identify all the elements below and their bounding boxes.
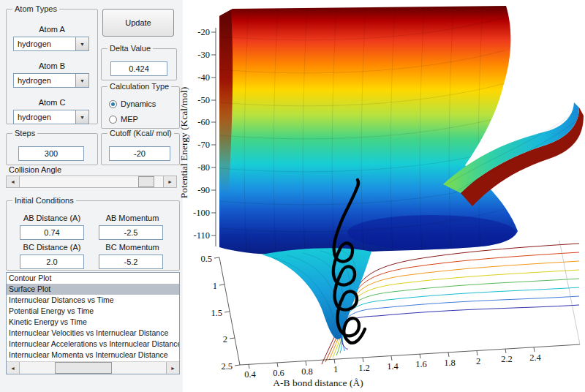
atom-a-dropdown[interactable]: hydrogen ▼ <box>13 37 89 51</box>
mep-radio[interactable] <box>109 116 117 124</box>
cutoff-group: Cutoff (Kcal/ mol) <box>101 129 180 165</box>
cutoff-input[interactable] <box>109 146 170 161</box>
x-tick-label: 0.8 <box>301 366 313 377</box>
update-button[interactable]: Update <box>102 9 174 37</box>
chevron-down-icon[interactable]: ▼ <box>75 110 88 124</box>
collision-angle-slider-thumb[interactable] <box>138 176 154 187</box>
atom-c-dropdown[interactable]: hydrogen ▼ <box>13 110 89 124</box>
list-item-selected[interactable]: Surface Plot <box>7 284 179 295</box>
collision-angle-label: Collision Angle <box>9 165 61 174</box>
list-item[interactable]: Internuclear Momenta vs Internuclear Dis… <box>7 350 179 361</box>
chevron-down-icon[interactable]: ▼ <box>75 74 88 87</box>
chevron-down-icon[interactable]: ▼ <box>75 37 88 50</box>
list-item[interactable]: Kinetic Energy vs Time <box>7 317 179 328</box>
atom-c-value: hydrogen <box>14 113 75 121</box>
x-axis-title: A-B bond distance (Å) <box>273 377 363 388</box>
atom-a-label: Atom A <box>7 25 97 34</box>
collision-angle-slider[interactable]: ◄ ► <box>6 176 177 188</box>
depth-tick-label: 1 <box>213 281 217 291</box>
y-tick-label: -30 <box>197 50 210 60</box>
surface-plot: -20 -30 -40 -50 -60 -70 -80 -90 -100 -11… <box>176 0 585 392</box>
calculation-type-group: Calculation Type Dynamics MEP <box>101 82 180 129</box>
initial-conditions-group: Initial Conditions AB Distance (A) AB Mo… <box>6 196 180 271</box>
depth-tick-label: 2.5 <box>221 361 233 372</box>
dynamics-radio-row: Dynamics <box>109 99 156 108</box>
plot-type-listbox[interactable]: Contour Plot Surface Plot Internuclear D… <box>6 272 180 374</box>
mep-radio-row: MEP <box>109 115 138 124</box>
atom-types-legend: Atom Types <box>12 4 59 13</box>
listbox-scroll-thumb[interactable] <box>55 362 112 374</box>
x-tick-label: 1 <box>333 364 338 374</box>
x-tick-label: 0.4 <box>244 369 256 380</box>
atom-types-group: Atom Types Atom A hydrogen ▼ Atom B hydr… <box>6 4 98 124</box>
list-item[interactable]: Contour Plot <box>7 273 179 284</box>
initial-conditions-legend: Initial Conditions <box>12 196 76 205</box>
dynamics-radio-label: Dynamics <box>121 99 156 108</box>
x-tick-label: 2.4 <box>529 353 541 363</box>
app-window: { "icons": { "dropdown_arrow": "▼", "arr… <box>0 0 585 392</box>
dynamics-radio[interactable] <box>109 100 117 108</box>
x-tick-label: 1.4 <box>387 361 399 372</box>
surface-basin <box>347 215 516 250</box>
list-item[interactable]: Internuclear Velocities vs Internuclear … <box>7 328 179 339</box>
y-tick-label: -80 <box>197 162 210 173</box>
list-item[interactable]: Potential Energy vs Time <box>7 306 179 317</box>
steps-group: Steps <box>6 129 98 165</box>
steps-input[interactable] <box>18 146 84 161</box>
x-tick-label: 1.6 <box>415 359 427 369</box>
y-tick-label: -90 <box>197 185 210 195</box>
list-item[interactable]: Internuclear Accelerations vs Internucle… <box>7 339 179 350</box>
steps-legend: Steps <box>12 129 37 137</box>
ab-distance-input[interactable] <box>20 225 84 240</box>
atom-b-label: Atom B <box>7 61 97 70</box>
atom-b-value: hydrogen <box>14 76 75 85</box>
depth-tick-label: 2 <box>223 334 227 344</box>
list-item[interactable]: Internuclear Distances vs Time <box>7 295 179 306</box>
bc-distance-label: BC Distance (A) <box>14 243 90 252</box>
listbox-horizontal-scrollbar[interactable]: ◄ ► <box>7 361 179 374</box>
listbox-scroll-track[interactable] <box>20 362 166 374</box>
surface-back-wall <box>219 6 518 255</box>
y-tick-label: -70 <box>197 140 210 150</box>
y-tick-label: -50 <box>197 95 210 105</box>
x-tick-label: 2 <box>476 356 480 366</box>
cutoff-legend: Cutoff (Kcal/ mol) <box>107 129 174 137</box>
atom-a-value: hydrogen <box>14 39 75 48</box>
atom-b-dropdown[interactable]: hydrogen ▼ <box>13 73 89 88</box>
delta-value-group: Delta Value <box>101 44 177 80</box>
y-axis-title: Potential Energy (Kcal/mol) <box>178 87 189 199</box>
calculation-type-legend: Calculation Type <box>107 82 171 91</box>
delta-value-input[interactable] <box>110 61 167 76</box>
delta-value-legend: Delta Value <box>107 44 153 53</box>
atom-c-label: Atom C <box>7 98 97 107</box>
ab-momentum-label: AB Momentum <box>94 214 170 222</box>
control-panel: Atom Types Atom A hydrogen ▼ Atom B hydr… <box>0 0 183 392</box>
collision-angle-slider-track[interactable] <box>20 176 163 187</box>
x-tick-label: 2.2 <box>501 354 513 364</box>
bc-momentum-label: BC Momentum <box>94 243 170 252</box>
ab-momentum-input[interactable] <box>99 225 163 240</box>
y-tick-label: -110 <box>194 230 210 241</box>
ab-distance-label: AB Distance (A) <box>14 214 90 222</box>
slider-right-arrow-icon[interactable]: ► <box>163 176 176 187</box>
y-tick-label: -40 <box>197 72 210 83</box>
y-tick-label: -100 <box>193 208 210 218</box>
x-tick-label: 1.2 <box>358 363 370 373</box>
bc-momentum-input[interactable] <box>99 255 163 269</box>
bc-distance-input[interactable] <box>20 255 84 269</box>
y-tick-label: -20 <box>197 27 210 37</box>
x-tick-label: 0.6 <box>273 368 284 378</box>
slider-left-arrow-icon[interactable]: ◄ <box>7 176 20 187</box>
depth-tick-label: 1.5 <box>211 308 222 318</box>
mep-radio-label: MEP <box>121 115 138 124</box>
y-tick-label: -60 <box>197 117 210 127</box>
depth-tick-label: 0.5 <box>200 254 212 264</box>
scroll-left-icon[interactable]: ◄ <box>7 362 20 374</box>
x-tick-label: 1.8 <box>444 358 456 368</box>
